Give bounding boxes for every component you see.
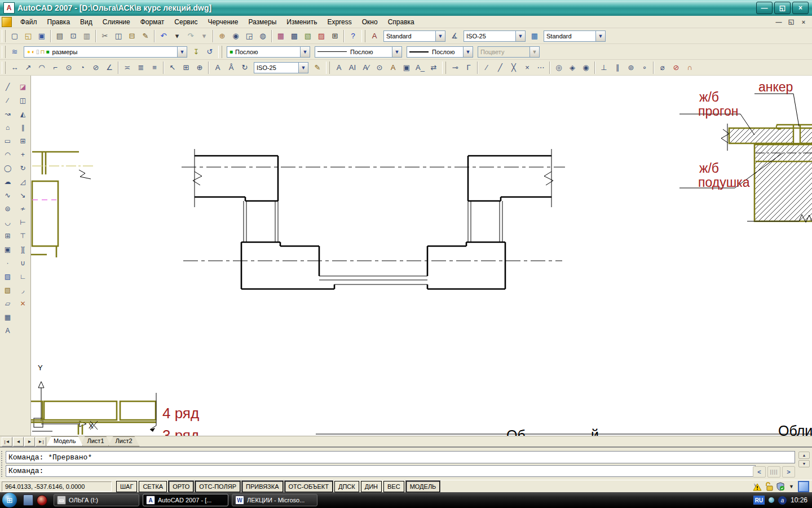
move[interactable]: +	[16, 148, 30, 161]
toggle-osnap[interactable]: ПРИВЯЗКА	[242, 481, 283, 492]
angular-dimension[interactable]: ∠	[103, 61, 116, 75]
scale[interactable]: ◿	[16, 175, 30, 189]
chamfer[interactable]: ∟	[16, 270, 30, 283]
chevron-down-icon[interactable]: ▼	[392, 47, 401, 57]
quicklaunch-icon-1[interactable]	[23, 494, 33, 506]
chevron-down-icon[interactable]: ▼	[177, 47, 187, 57]
toolbar-grip[interactable]	[326, 62, 330, 74]
layer-previous[interactable]: ↺	[203, 45, 217, 59]
baseline-dimension[interactable]: ≣	[134, 61, 148, 75]
zoom-previous[interactable]: ◍	[256, 29, 270, 43]
revision-cloud[interactable]: ☁	[1, 175, 15, 189]
menu-item[interactable]: Файл	[15, 17, 42, 27]
quickcalc[interactable]: ⊞	[328, 29, 342, 43]
snap-to-parallel[interactable]: ∥	[611, 61, 624, 75]
quicklaunch-icon-2[interactable]	[37, 495, 47, 506]
toggle-lwt[interactable]: ВЕС	[383, 481, 404, 492]
menu-item[interactable]: Express	[322, 17, 356, 27]
linear-dimension[interactable]: ↔	[8, 61, 21, 75]
gradient[interactable]: ▧	[1, 283, 15, 297]
hatch[interactable]: ▨	[1, 270, 15, 283]
temporary-track-point[interactable]: ⊸	[448, 61, 462, 75]
text-style-icon[interactable]: A	[368, 29, 381, 43]
jogged-dimension[interactable]: ◔	[76, 61, 89, 75]
mdi-restore-button[interactable]: ◱	[786, 17, 796, 27]
first-tab-button[interactable]: |◄	[2, 437, 12, 446]
point[interactable]: ·	[1, 256, 15, 270]
center-mark[interactable]: ⊕	[193, 61, 206, 75]
snap-to-endpoint[interactable]: ∕	[480, 61, 493, 75]
toggle-ortho[interactable]: ОРТО	[169, 481, 193, 492]
menu-item[interactable]: Окно	[357, 17, 383, 27]
toggle-model[interactable]: МОДЕЛЬ	[406, 481, 440, 492]
undo[interactable]: ↶	[157, 29, 170, 43]
snap-to-intersection[interactable]: ╳	[507, 61, 520, 75]
edit-text[interactable]: A∕	[359, 61, 373, 75]
toggle-dyn[interactable]: ДИН	[361, 481, 382, 492]
plot[interactable]: ▤	[53, 29, 67, 43]
zoom-realtime[interactable]: ◉	[229, 29, 242, 43]
last-tab-button[interactable]: ►|	[36, 437, 46, 446]
tray-dropdown-arrow[interactable]: ▼	[787, 484, 796, 489]
arc[interactable]: ◠	[1, 148, 15, 161]
cut[interactable]: ✂	[98, 29, 112, 43]
shield-check-icon[interactable]	[776, 482, 785, 491]
break-at-point[interactable]: ⊤	[16, 229, 30, 243]
task-word-lekcii[interactable]: WЛЕКЦИИ - Microso...	[232, 494, 317, 506]
table-style-icon[interactable]: ▦	[528, 29, 541, 43]
convert-distance[interactable]: ⇄	[427, 61, 440, 75]
mdi-close-button[interactable]: ×	[798, 17, 809, 27]
language-indicator[interactable]: RU	[753, 496, 765, 505]
publish[interactable]: ▥	[80, 29, 94, 43]
snap-to-nearest[interactable]: ⌀	[656, 61, 669, 75]
toggle-otrack[interactable]: ОТС-ОБЪЕКТ	[285, 481, 333, 492]
table[interactable]: ▦	[1, 310, 15, 324]
chevron-down-icon[interactable]: ▼	[435, 31, 445, 41]
toolbar-grip[interactable]	[2, 62, 6, 74]
toggle-grid[interactable]: СЕТКА	[139, 481, 167, 492]
copy[interactable]: ◫	[112, 29, 125, 43]
text-style-combo[interactable]: Standard ▼	[383, 30, 445, 42]
clean-screen-icon[interactable]	[798, 481, 809, 492]
rectangle[interactable]: ▭	[1, 134, 15, 148]
join[interactable]: ∪	[16, 256, 30, 270]
toolbar-grip[interactable]	[218, 46, 222, 58]
continue-dimension[interactable]: ≡	[148, 61, 161, 75]
menu-item[interactable]: Вид	[75, 17, 98, 27]
snap-to-perpendicular[interactable]: ⊥	[597, 61, 611, 75]
toolbar-grip[interactable]	[442, 62, 446, 74]
cmd-scroll-left[interactable]: <	[753, 466, 766, 478]
redo-dropdown[interactable]: ▾	[197, 29, 211, 43]
snap-to-none[interactable]: ⊘	[669, 61, 683, 75]
sheet-set-manager[interactable]: ▧	[301, 29, 315, 43]
menu-item[interactable]: Размеры	[243, 17, 281, 27]
menu-item[interactable]: Слияние	[98, 17, 135, 27]
menu-item[interactable]: Правка	[42, 17, 76, 27]
zoom-window[interactable]: ◲	[242, 29, 256, 43]
spline[interactable]: ∿	[1, 189, 15, 202]
quick-dimension[interactable]: ≍	[121, 61, 134, 75]
snap-to-midpoint[interactable]: ╱	[493, 61, 507, 75]
menu-item[interactable]: Изменить	[281, 17, 322, 27]
break[interactable]: ][	[16, 243, 30, 256]
polyline[interactable]: ↝	[1, 107, 15, 121]
osnap-settings[interactable]: ∩	[683, 61, 696, 75]
warning-icon[interactable]	[752, 482, 762, 491]
justify-text[interactable]: A_	[413, 61, 427, 75]
markup-set-manager[interactable]: ▨	[315, 29, 328, 43]
start-button[interactable]: ⊞	[2, 493, 17, 507]
stretch[interactable]: ↘	[16, 189, 30, 202]
tab-model[interactable]: Модель	[46, 436, 83, 446]
lock-icon[interactable]: ▯	[36, 49, 39, 55]
ordinate-dimension[interactable]: ⌐	[48, 61, 62, 75]
cmd-scroll-right[interactable]: >	[782, 466, 795, 478]
erase[interactable]: ◪	[16, 80, 30, 94]
cmd-scroll-grip[interactable]: ||||	[767, 466, 780, 478]
dimension-style-manager-icon[interactable]: ✎	[311, 61, 324, 75]
chevron-down-icon[interactable]: ▼	[298, 63, 308, 73]
tool-palettes[interactable]: ▩	[288, 29, 301, 43]
menu-item[interactable]: Справка	[383, 17, 420, 27]
dim-style-combo[interactable]: ISO-25 ▼	[464, 30, 526, 42]
snap-from[interactable]: Γ	[462, 61, 475, 75]
array[interactable]: ⊞	[16, 134, 30, 148]
